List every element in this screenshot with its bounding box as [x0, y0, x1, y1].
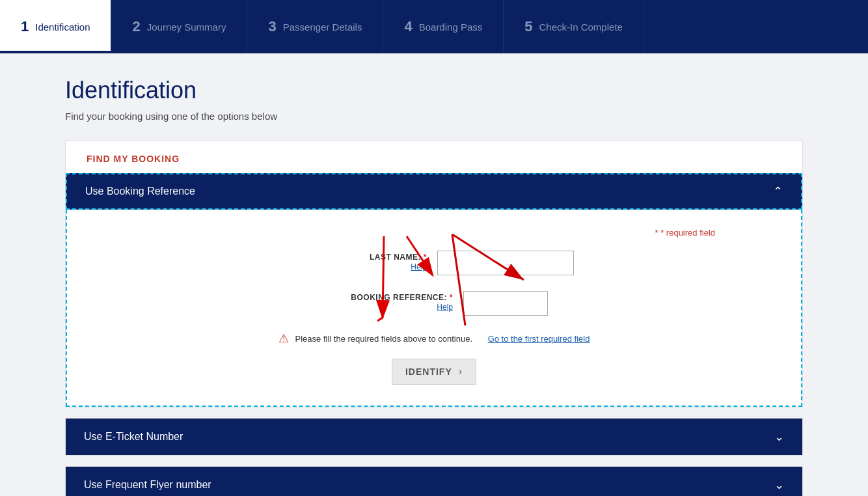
page-title: Identification	[65, 77, 803, 104]
nav-step-2[interactable]: 2 Journey Summary	[111, 0, 247, 53]
nav-step-1[interactable]: 1 Identification	[0, 0, 111, 53]
eticket-header[interactable]: Use E-Ticket Number ⌄	[66, 419, 802, 455]
eticket-accordion: Use E-Ticket Number ⌄	[65, 418, 803, 456]
booking-reference-help-link[interactable]: Help	[320, 303, 453, 312]
booking-reference-body: * * required field	[66, 210, 802, 407]
step-label-2: Journey Summary	[147, 21, 226, 33]
error-icon: ⚠	[278, 331, 289, 346]
eticket-label: Use E-Ticket Number	[84, 431, 183, 443]
nav-step-3[interactable]: 3 Passenger Details	[247, 0, 383, 53]
booking-reference-header[interactable]: Use Booking Reference ⌃	[66, 173, 802, 210]
error-text: Please fill the required fields above to…	[295, 334, 472, 344]
button-row: IDENTIFY ›	[88, 359, 780, 385]
booking-reference-label: Use Booking Reference	[85, 186, 195, 197]
step-label-4: Boarding Pass	[419, 21, 483, 33]
top-navigation: 1 Identification 2 Journey Summary 3 Pas…	[0, 0, 868, 53]
step-number-2: 2	[132, 18, 140, 35]
booking-reference-accordion: Use Booking Reference ⌃ * * required fie…	[66, 173, 802, 407]
chevron-down-icon-flyer: ⌄	[774, 478, 784, 492]
identify-button-label: IDENTIFY	[405, 366, 452, 377]
last-name-label-group: LAST NAME: * Help	[294, 251, 437, 271]
frequent-flyer-label: Use Frequent Flyer number	[84, 479, 211, 491]
nav-step-5[interactable]: 5 Check-In Complete	[504, 0, 644, 53]
step-label-5: Check-In Complete	[539, 21, 623, 33]
step-number-4: 4	[404, 18, 412, 35]
frequent-flyer-accordion: Use Frequent Flyer number ⌄	[65, 466, 803, 496]
required-field-notice: * * required field	[88, 228, 780, 238]
required-text: * required field	[660, 228, 715, 238]
step-label-1: Identification	[35, 21, 90, 33]
page-subtitle: Find your booking using one of the optio…	[65, 111, 803, 122]
booking-reference-row: BOOKING REFERENCE: * Help	[88, 291, 780, 316]
booking-card: FIND MY BOOKING Use Booking Reference ⌃ …	[65, 140, 803, 407]
step-number-3: 3	[268, 18, 276, 35]
booking-reference-input[interactable]	[463, 291, 548, 316]
last-name-help-link[interactable]: Help	[294, 262, 427, 271]
last-name-label: LAST NAME: *	[370, 253, 427, 262]
chevron-right-icon: ›	[459, 366, 463, 378]
error-message: ⚠ Please fill the required fields above …	[88, 331, 780, 346]
identify-button[interactable]: IDENTIFY ›	[392, 359, 476, 385]
chevron-up-icon: ⌃	[773, 184, 783, 199]
step-label-3: Passenger Details	[283, 21, 362, 33]
chevron-down-icon-eticket: ⌄	[774, 430, 784, 444]
last-name-row: LAST NAME: * Help	[88, 251, 780, 275]
booking-reference-label-text: BOOKING REFERENCE: *	[351, 293, 453, 302]
last-name-input[interactable]	[437, 251, 574, 275]
frequent-flyer-header[interactable]: Use Frequent Flyer number ⌄	[66, 467, 802, 496]
booking-reference-label-group: BOOKING REFERENCE: * Help	[320, 291, 463, 312]
go-to-first-required-link[interactable]: Go to the first required field	[488, 334, 590, 344]
main-content: Identification Find your booking using o…	[0, 53, 868, 496]
nav-step-4[interactable]: 4 Boarding Pass	[383, 0, 504, 53]
step-number-1: 1	[21, 18, 29, 35]
find-my-booking-label: FIND MY BOOKING	[66, 141, 802, 173]
step-number-5: 5	[524, 18, 532, 35]
